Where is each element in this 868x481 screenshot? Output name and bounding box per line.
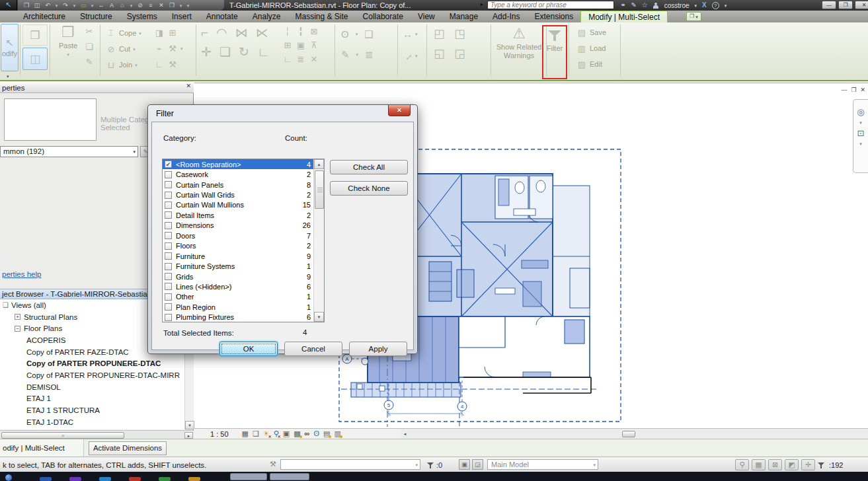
subscription-center-icon[interactable]: ✎ [631, 2, 636, 9]
check-none-button[interactable]: Check None [330, 181, 408, 196]
zoom-region-icon[interactable]: ⊡ [857, 129, 865, 137]
shadows-icon[interactable]: ⚲ [274, 430, 279, 437]
dialog-close-button[interactable]: ✕ [388, 105, 411, 116]
customize-qat-caret-icon[interactable]: ▾ [186, 3, 190, 8]
category-checkbox[interactable] [165, 242, 172, 250]
category-checkbox[interactable] [165, 171, 172, 178]
browser-scroll-right-button[interactable]: ▸ [184, 432, 193, 439]
search-input[interactable] [487, 1, 614, 9]
application-menu-button[interactable]: ↖ [0, 0, 17, 11]
view-close-icon[interactable]: ✕ [860, 87, 865, 93]
browser-item-etaj-1-structura[interactable]: ETAJ 1 STRUCTURA [0, 404, 184, 416]
activate-dimensions-button[interactable]: Activate Dimensions [89, 441, 167, 455]
default-3d-view-icon[interactable]: ⌂ [119, 3, 126, 9]
signed-in-username[interactable]: cosstroe [664, 2, 690, 9]
redo-caret-icon[interactable]: ▾ [73, 3, 76, 8]
tab-structure[interactable]: Structure [73, 11, 120, 22]
reveal-hidden-elements-icon[interactable]: ʘ [313, 430, 319, 437]
tab-extensions[interactable]: Extensions [527, 11, 580, 22]
browser-scroll-down-button[interactable]: ▾ [185, 421, 194, 429]
measure-caret-icon[interactable]: ▾ [91, 3, 94, 8]
create-group-icon[interactable]: ◱ [434, 48, 445, 59]
category-checkbox[interactable] [165, 303, 172, 311]
properties-help-link[interactable]: perties help [2, 270, 41, 278]
close-hidden-windows-icon[interactable]: ✕ [158, 3, 165, 9]
selection-filter-funnel-icon[interactable] [818, 462, 825, 469]
filter-category-row-lines-hidden[interactable]: Lines (<Hidden>)6 [163, 281, 313, 291]
section-icon[interactable]: ⊘ [137, 3, 143, 9]
tab-add-ins[interactable]: Add-Ins [485, 11, 527, 22]
filter-category-row-curtain-panels[interactable]: Curtain Panels8 [163, 180, 313, 190]
modify-tool-button[interactable]: ↖ odify [1, 24, 19, 71]
trim-extend-icon[interactable]: ∟ [257, 46, 270, 58]
match-type-icon[interactable]: ✎ [84, 57, 95, 67]
measure-along-element-icon[interactable]: ↔ [401, 49, 414, 63]
drawing-horizontal-scrollbar[interactable]: ◂ [401, 428, 868, 439]
isolate-icon[interactable]: ❑ [364, 29, 373, 39]
browser-item-copy-of-parter-propunere-dtac[interactable]: Copy of PARTER PROPUNERE-DTAC [0, 357, 184, 369]
demolish-icon[interactable]: ∟ [154, 59, 165, 69]
drawing-scroll-left-button[interactable]: ◂ [401, 429, 409, 439]
paint-caret-icon[interactable]: ▾ [180, 46, 183, 51]
array-icon[interactable]: ⊞ [282, 40, 293, 50]
taskbar-window-button[interactable] [230, 473, 267, 480]
measure-between-refs-icon[interactable]: ↔ [403, 29, 413, 39]
filter-category-row-detail-items[interactable]: Detail Items2 [163, 210, 313, 220]
listbox-scroll-down-button[interactable]: ▾ [314, 312, 324, 322]
category-checkbox[interactable] [165, 222, 172, 229]
align-icon[interactable]: ⌐ [201, 26, 208, 39]
type-selector-combo[interactable]: mmon (192)▾ [0, 146, 138, 157]
override-caret-icon[interactable]: ▾ [356, 52, 359, 57]
cope-icon[interactable]: ⌶ [106, 28, 116, 38]
trim-multiple-icon[interactable]: ≣ [296, 54, 306, 64]
switch-windows-icon[interactable]: ❐ [169, 3, 175, 9]
save-selection-icon[interactable]: ▤ [576, 28, 587, 38]
filter-category-row-casework[interactable]: Casework2 [163, 169, 313, 179]
select-pinned-toggle[interactable]: ⊠ [768, 459, 782, 470]
start-orb[interactable] [5, 474, 12, 481]
filter-category-row-other[interactable]: Other1 [163, 292, 313, 302]
open-folder-icon[interactable]: ❒ [23, 3, 30, 9]
wheel-caret-icon[interactable]: ▾ [859, 120, 862, 125]
tab-manage[interactable]: Manage [442, 11, 485, 22]
expand-icon[interactable]: + [15, 314, 20, 320]
category-checkbox[interactable] [165, 293, 172, 301]
filter-category-row-furniture[interactable]: Furniture9 [163, 251, 313, 261]
join-geometry-icon[interactable]: ⊔ [106, 60, 116, 70]
cut-geometry-icon[interactable]: ⊘ [106, 44, 116, 54]
view-minimize-icon[interactable]: — [841, 87, 847, 93]
taskbar-window-button[interactable] [270, 473, 309, 480]
browser-hscroll-thumb[interactable]: ≡ [1, 432, 124, 439]
exchange-apps-icon[interactable]: X [702, 2, 707, 9]
panel-display-toggle[interactable]: ❐▾ [686, 12, 701, 21]
category-checkbox[interactable] [165, 232, 172, 239]
category-checkbox[interactable] [165, 192, 172, 199]
beam-joins-icon[interactable]: ◨ [154, 28, 165, 38]
help-caret-icon[interactable]: ▾ [725, 3, 727, 8]
tab-collaborate[interactable]: Collaborate [356, 11, 411, 22]
cope-caret-icon[interactable]: ▾ [139, 31, 141, 36]
trim-corner-icon[interactable]: ∟ [282, 54, 293, 64]
taskbar-app-icon[interactable] [40, 477, 52, 481]
taskbar-app-icon[interactable] [69, 477, 81, 481]
override-graphics-icon[interactable]: ✎ [341, 50, 350, 59]
cut-to-clipboard-icon[interactable]: ✂ [84, 26, 95, 36]
listbox-scroll-thumb[interactable] [315, 170, 324, 209]
help-icon[interactable]: ? [712, 2, 719, 9]
create-similar-icon[interactable]: ◲ [454, 48, 465, 59]
worksets-icon[interactable]: ⚒ [270, 461, 276, 468]
paste-button[interactable]: ❐ Paste ▾ [56, 25, 81, 57]
properties-palette-header[interactable]: perties✕ [0, 83, 194, 93]
view3d-caret-icon[interactable]: ▾ [130, 3, 133, 8]
measure-caret3-icon[interactable]: ▾ [415, 54, 418, 58]
measure-caret2-icon[interactable]: ▾ [415, 32, 418, 36]
cancel-button[interactable]: Cancel [284, 342, 342, 356]
tab-annotate[interactable]: Annotate [199, 11, 245, 22]
wall-joins-icon[interactable]: ⊞ [167, 28, 178, 38]
delete-icon[interactable]: ✕ [309, 54, 319, 64]
select-links-toggle[interactable]: ⚲ [735, 459, 749, 470]
user-caret-icon[interactable]: ▾ [695, 3, 697, 8]
detail-level-icon[interactable]: ▦ [242, 430, 249, 437]
tab-architecture[interactable]: Architecture [16, 11, 73, 22]
show-related-warnings-button[interactable]: ⚠ Show Related Warnings [494, 26, 543, 59]
